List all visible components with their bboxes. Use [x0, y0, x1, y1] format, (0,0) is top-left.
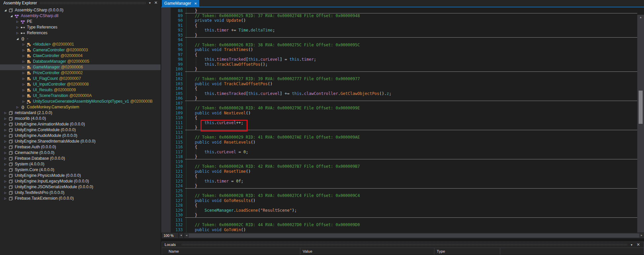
chevron-collapsed-icon[interactable]: ▷ [22, 93, 26, 99]
code-line-121[interactable]: 121 public void ResetTime() [161, 169, 637, 174]
code-line-105[interactable]: 105 this.timesTracked[this.curLevel] += … [161, 91, 637, 96]
code-line-111[interactable]: 111 this.curLevel++; [161, 120, 637, 125]
chevron-collapsed-icon[interactable]: ▷ [3, 190, 7, 196]
tree-item-unityengine-animationmodule-0-0-0-0[interactable]: ▷UnityEngine.AnimationModule (0.0.0.0) [0, 121, 161, 127]
chevron-collapsed-icon[interactable]: ▷ [15, 19, 19, 24]
code-line-91[interactable]: 91 { [161, 23, 637, 28]
code-line-93[interactable]: 93 } [161, 33, 637, 38]
code-line-115[interactable]: 115 public void ResetLevels() [161, 140, 637, 145]
code-line-119[interactable]: 119 [161, 159, 637, 164]
tab-close-icon[interactable]: ✕ [194, 0, 197, 7]
tree-item-[interactable]: ◢{}- [0, 36, 161, 42]
code-line-124[interactable]: 124 } [161, 184, 637, 189]
code-line-90[interactable]: 90 private void Update() [161, 18, 637, 23]
tree-item-system-4-0-0-0[interactable]: ▷System (4.0.0.0) [0, 161, 161, 167]
tree-item-databasemanager[interactable]: ▷DatabaseManager @02000005 [0, 59, 161, 64]
code-line-99[interactable]: 99 this.TrackClawOffsetPos(); [161, 62, 637, 67]
code-line-114[interactable]: 114 // Token: 0x06000029 RID: 41 RVA: 0x… [161, 135, 637, 140]
chevron-collapsed-icon[interactable]: ▷ [15, 104, 19, 110]
tree-item-pe[interactable]: ▷PE [0, 19, 161, 24]
chevron-collapsed-icon[interactable]: ▷ [22, 42, 26, 47]
chevron-collapsed-icon[interactable]: ▷ [3, 178, 7, 184]
code-line-104[interactable]: 104 { [161, 86, 637, 91]
chevron-collapsed-icon[interactable]: ▷ [3, 184, 7, 190]
tree-item-codemonkey-camerasystem[interactable]: ▷{}CodeMonkey.CameraSystem [0, 104, 161, 110]
tree-item-netstandard-2-1-0-0[interactable]: ▷netstandard (2.1.0.0) [0, 110, 161, 116]
chevron-collapsed-icon[interactable]: ▷ [22, 64, 26, 70]
tree-item-mscorlib-4-0-0-0[interactable]: ▷mscorlib (4.0.0.0) [0, 116, 161, 121]
chevron-collapsed-icon[interactable]: ▷ [3, 150, 7, 156]
chevron-collapsed-icon[interactable]: ▷ [3, 161, 7, 167]
chevron-expanded-icon[interactable]: ◢ [15, 36, 19, 42]
tree-item-unityengine-inputlegacymodule-0-0-0-0[interactable]: ▷UnityEngine.InputLegacyModule (0.0.0.0) [0, 178, 161, 184]
chevron-collapsed-icon[interactable]: ▷ [3, 156, 7, 161]
tree-item-firebase-taskextension-0-0-0-0[interactable]: ▷Firebase.TaskExtension (0.0.0.0) [0, 196, 161, 201]
chevron-collapsed-icon[interactable]: ▷ [22, 70, 26, 76]
tree-item-clawcontroller[interactable]: ▷ClawController @02000004 [0, 53, 161, 59]
tree-item-assembly-csharp-dll[interactable]: ◢Assembly-CSharp.dll [0, 13, 161, 19]
column-separator[interactable] [300, 248, 300, 255]
column-header-type[interactable]: Type [435, 248, 445, 255]
tree-item-cinemachine-0-0-0-0[interactable]: ▷Cinemachine (0.0.0.0) [0, 150, 161, 156]
code-line-109[interactable]: 109 public void NextLevel() [161, 111, 637, 116]
code-line-97[interactable]: 97 { [161, 52, 637, 57]
horizontal-scrollbar-thumb[interactable] [189, 234, 639, 238]
tree-item-unityengine-jsonserializemodule-0-0-0-0[interactable]: ▷UnityEngine.JSONSerializeModule (0.0.0.… [0, 184, 161, 190]
locals-close-icon[interactable]: ✕ [636, 242, 641, 248]
scroll-right-icon[interactable]: ► [639, 233, 644, 238]
code-line-98[interactable]: 98 this.timesTracked[this.curLevel] = th… [161, 57, 637, 62]
chevron-collapsed-icon[interactable]: ▷ [3, 121, 7, 127]
column-separator[interactable] [434, 248, 434, 255]
chevron-expanded-icon[interactable]: ◢ [3, 7, 7, 13]
code-line-131[interactable]: 131 [161, 218, 637, 223]
code-line-107[interactable]: 107 [161, 101, 637, 106]
code-line-102[interactable]: 102 // Token: 0x06000027 RID: 39 RVA: 0x… [161, 76, 637, 82]
locals-dropdown-icon[interactable]: ▾ [629, 242, 634, 248]
chevron-collapsed-icon[interactable]: ▷ [3, 196, 7, 201]
code-line-101[interactable]: 101 [161, 72, 637, 77]
code-line-120[interactable]: 120 // Token: 0x0600002A RID: 42 RVA: 0x… [161, 164, 637, 169]
tree-item-firebase-database-0-0-0-0[interactable]: ▷Firebase.Database (0.0.0.0) [0, 156, 161, 161]
explorer-dropdown-icon[interactable]: ▾ [147, 0, 153, 6]
code-line-122[interactable]: 122 { [161, 174, 637, 179]
chevron-collapsed-icon[interactable]: ▷ [3, 110, 7, 116]
tree-item-cameracontroller[interactable]: ▷CameraController @02000003 [0, 47, 161, 53]
code-line-125[interactable]: 125 [161, 189, 637, 194]
code-line-94[interactable]: 94 [161, 38, 637, 43]
tree-item-prizecontroller[interactable]: ▷PrizeController @02000002 [0, 70, 161, 76]
chevron-collapsed-icon[interactable]: ▷ [22, 59, 26, 64]
chevron-collapsed-icon[interactable]: ▷ [3, 167, 7, 173]
code-line-108[interactable]: 108 // Token: 0x06000028 RID: 40 RVA: 0x… [161, 106, 637, 111]
chevron-collapsed-icon[interactable]: ▷ [15, 30, 19, 36]
code-line-123[interactable]: 123 this.timer = 0f; [161, 179, 637, 184]
chevron-collapsed-icon[interactable]: ▷ [3, 144, 7, 150]
tree-item-type-references[interactable]: ▷Type References [0, 24, 161, 30]
tree-item-unityengine-coremodule-0-0-0-0[interactable]: ▷UnityEngine.CoreModule (0.0.0.0) [0, 127, 161, 133]
vertical-scrollbar-thumb[interactable] [639, 91, 643, 124]
tree-item-firebase-auth-0-0-0-0[interactable]: ▷Firebase.Auth (0.0.0.0) [0, 144, 161, 150]
tree-item-unityengine-physicsmodule-0-0-0-0[interactable]: ▷UnityEngine.PhysicsModule (0.0.0.0) [0, 173, 161, 178]
chevron-collapsed-icon[interactable]: ▷ [22, 87, 26, 93]
tree-item-unitysourcegeneratedassemblymonoscripttypes-v1[interactable]: ▷UnitySourceGeneratedAssemblyMonoScriptT… [0, 99, 161, 104]
tree-item-ui-flagcount[interactable]: ▷UI_FlagCount @02000007 [0, 76, 161, 82]
code-line-127[interactable]: 127 public void GoToResults() [161, 198, 637, 203]
scroll-up-icon[interactable]: ▲ [637, 15, 644, 20]
tree-item-assembly-csharp-0-0-0-0[interactable]: ◢Assembly-CSharp (0.0.0.0) [0, 7, 161, 13]
chevron-collapsed-icon[interactable]: ▷ [3, 127, 7, 133]
code-line-89[interactable]: 89 // Token: 0x06000025 RID: 37 RVA: 0x0… [161, 13, 637, 18]
tree-item-module[interactable]: ▷<Module> @02000001 [0, 42, 161, 47]
chevron-collapsed-icon[interactable]: ▷ [3, 139, 7, 144]
zoom-dropdown-icon[interactable]: ▾ [179, 233, 183, 238]
tree-item-unityengine-sharedinternalsmodule-0-0-0-0[interactable]: ▷UnityEngine.SharedInternalsModule (0.0.… [0, 139, 161, 144]
tree-item-gamemanager[interactable]: ▷GameManager @02000006 [0, 64, 161, 70]
tree-item-unityengine-audiomodule-0-0-0-0[interactable]: ▷UnityEngine.AudioModule (0.0.0.0) [0, 133, 161, 139]
code-line-130[interactable]: 130 } [161, 213, 637, 218]
code-line-128[interactable]: 128 { [161, 203, 637, 208]
code-view[interactable]: 88 }89 // Token: 0x06000025 RID: 37 RVA:… [161, 7, 644, 233]
chevron-collapsed-icon[interactable]: ▷ [3, 133, 7, 139]
chevron-collapsed-icon[interactable]: ▷ [3, 173, 7, 178]
code-line-88[interactable]: 88 } [161, 8, 637, 13]
chevron-collapsed-icon[interactable]: ▷ [22, 99, 26, 104]
tree-item-unity-textmeshpro-0-0-0-0[interactable]: ▷Unity.TextMeshPro (0.0.0.0) [0, 190, 161, 196]
chevron-collapsed-icon[interactable]: ▷ [22, 76, 26, 82]
